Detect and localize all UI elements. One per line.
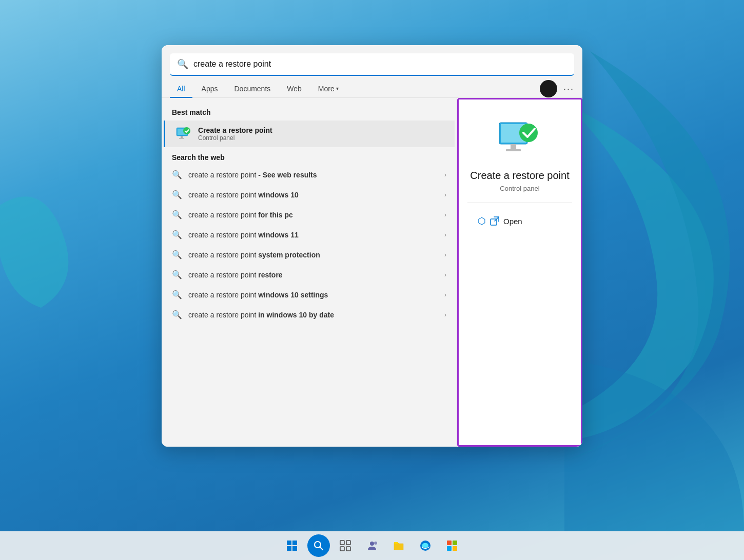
- search-web-icon-3: 🔍: [172, 230, 182, 239]
- main-content: Best match: [162, 98, 582, 447]
- svg-rect-15: [292, 546, 297, 551]
- search-web-icon-6: 🔍: [172, 290, 182, 299]
- best-match-title: Create a restore point: [198, 126, 272, 134]
- search-bar: 🔍: [170, 53, 574, 76]
- chevron-right-icon-1: ›: [444, 191, 446, 198]
- best-match-label: Best match: [162, 106, 457, 121]
- suggestion-item-6[interactable]: 🔍 create a restore point windows 10 sett…: [162, 285, 457, 305]
- files-button[interactable]: [387, 534, 410, 557]
- search-bar-container: 🔍: [162, 45, 582, 76]
- chevron-down-icon: ▾: [336, 86, 339, 91]
- right-panel-content: Create a restore point Control panel ⬡ O…: [457, 98, 582, 241]
- suggestion-text-6: create a restore point windows 10 settin…: [188, 291, 438, 299]
- avatar[interactable]: [540, 80, 557, 97]
- svg-rect-7: [511, 144, 516, 149]
- suggestion-text-4: create a restore point system protection: [188, 251, 438, 259]
- svg-point-4: [183, 127, 190, 134]
- best-match-item[interactable]: Create a restore point Control panel: [164, 121, 455, 147]
- suggestion-item-1[interactable]: 🔍 create a restore point windows 10 ›: [162, 185, 457, 205]
- tab-more[interactable]: More ▾: [311, 81, 346, 98]
- taskbar: [0, 531, 744, 560]
- suggestion-text-1: create a restore point windows 10: [188, 191, 438, 199]
- right-panel: Create a restore point Control panel ⬡ O…: [457, 98, 582, 447]
- search-web-icon-5: 🔍: [172, 270, 182, 279]
- tab-web[interactable]: Web: [280, 81, 309, 98]
- search-window: 🔍 All Apps Documents Web More ▾ ···: [162, 45, 582, 447]
- left-panel: Best match: [162, 98, 457, 447]
- tab-documents[interactable]: Documents: [227, 81, 278, 98]
- store-button[interactable]: [441, 534, 463, 557]
- svg-rect-12: [287, 541, 291, 545]
- search-web-icon: 🔍: [172, 170, 182, 179]
- teams-button[interactable]: [361, 534, 383, 557]
- suggestion-item-4[interactable]: 🔍 create a restore point system protecti…: [162, 245, 457, 265]
- external-link-icon: [490, 216, 499, 226]
- svg-rect-19: [346, 541, 350, 545]
- chevron-right-icon-7: ›: [444, 311, 446, 318]
- suggestion-item-5[interactable]: 🔍 create a restore point restore ›: [162, 265, 457, 285]
- best-match-subtitle: Control panel: [198, 134, 272, 142]
- tab-apps[interactable]: Apps: [194, 81, 225, 98]
- svg-rect-18: [340, 541, 344, 545]
- result-divider: [467, 203, 572, 203]
- suggestion-text-7: create a restore point in windows 10 by …: [188, 311, 438, 319]
- svg-rect-20: [340, 547, 344, 551]
- chevron-right-icon-4: ›: [444, 251, 446, 258]
- tab-all[interactable]: All: [170, 81, 192, 98]
- chevron-right-icon-3: ›: [444, 231, 446, 238]
- chevron-right-icon-6: ›: [444, 291, 446, 298]
- search-web-label: Search the web: [162, 147, 457, 165]
- suggestion-item-0[interactable]: 🔍 create a restore point - See web resul…: [162, 165, 457, 185]
- suggestion-text-2: create a restore point for this pc: [188, 211, 438, 219]
- search-input[interactable]: [193, 59, 567, 69]
- svg-rect-27: [453, 541, 457, 545]
- edge-button[interactable]: [414, 534, 437, 557]
- svg-rect-2: [181, 136, 183, 138]
- result-subtitle: Control panel: [500, 185, 539, 192]
- search-web-icon-2: 🔍: [172, 210, 182, 219]
- tabs-right: ···: [540, 80, 574, 97]
- tabs-row: All Apps Documents Web More ▾ ···: [162, 76, 582, 98]
- search-web-icon-4: 🔍: [172, 250, 182, 259]
- start-button[interactable]: [281, 534, 303, 557]
- svg-line-17: [320, 547, 323, 550]
- suggestion-text-5: create a restore point restore: [188, 271, 438, 279]
- svg-rect-8: [506, 149, 521, 151]
- open-label: Open: [503, 217, 522, 226]
- result-title: Create a restore point: [470, 170, 569, 182]
- chevron-right-icon-2: ›: [444, 211, 446, 218]
- taskview-button[interactable]: [334, 534, 357, 557]
- svg-rect-26: [447, 541, 452, 545]
- svg-rect-13: [292, 541, 297, 545]
- chevron-right-icon-5: ›: [444, 271, 446, 278]
- svg-rect-14: [287, 546, 291, 551]
- search-icon: 🔍: [177, 58, 188, 70]
- svg-point-22: [370, 542, 374, 546]
- suggestion-item-3[interactable]: 🔍 create a restore point windows 11 ›: [162, 225, 457, 245]
- chevron-right-icon: ›: [444, 171, 446, 178]
- search-taskbar-button[interactable]: [307, 534, 330, 557]
- svg-point-9: [519, 124, 538, 142]
- svg-point-23: [374, 542, 377, 545]
- suggestion-text-0: create a restore point - See web results: [188, 171, 438, 179]
- svg-rect-21: [346, 547, 350, 551]
- suggestion-item-7[interactable]: 🔍 create a restore point in windows 10 b…: [162, 305, 457, 325]
- svg-rect-24: [394, 544, 403, 550]
- open-button[interactable]: ⬡ Open: [467, 211, 572, 231]
- suggestion-item-2[interactable]: 🔍 create a restore point for this pc ›: [162, 205, 457, 225]
- open-icon: ⬡: [478, 215, 486, 227]
- suggestion-text-3: create a restore point windows 11: [188, 231, 438, 239]
- best-match-icon: [175, 126, 192, 142]
- best-match-text: Create a restore point Control panel: [198, 126, 272, 142]
- more-options-button[interactable]: ···: [563, 84, 574, 94]
- search-web-icon-1: 🔍: [172, 190, 182, 199]
- search-web-icon-7: 🔍: [172, 310, 182, 319]
- result-icon: [497, 118, 543, 162]
- svg-rect-28: [447, 546, 452, 551]
- svg-rect-29: [453, 546, 457, 551]
- svg-rect-3: [179, 138, 184, 139]
